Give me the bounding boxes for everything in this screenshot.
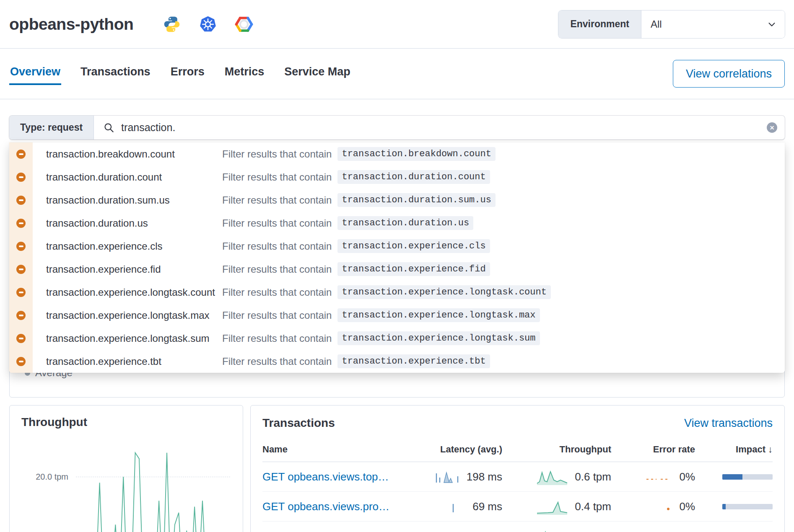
environment-select[interactable]: All bbox=[641, 10, 785, 38]
suggestion-item[interactable]: transaction.experience.cls Filter result… bbox=[9, 235, 785, 258]
tab-transactions[interactable]: Transactions bbox=[80, 63, 151, 85]
column-header-latency[interactable]: Latency (avg.) bbox=[397, 444, 502, 455]
suggestion-field-name: transaction.duration.us bbox=[46, 217, 222, 229]
latency-sparkline bbox=[440, 529, 467, 532]
throughput-value: 0.5 tpm bbox=[575, 530, 611, 532]
column-header-impact[interactable]: Impact↓ bbox=[699, 444, 773, 455]
table-row: GET opbeans.views.top_pr... 198 ms bbox=[262, 462, 773, 492]
throughput-chart: 20.0 tpm 10.0 tpm bbox=[21, 439, 233, 532]
view-transactions-link[interactable]: View transactions bbox=[684, 417, 773, 430]
suggestion-hint: Filter results that contain bbox=[222, 194, 332, 206]
transaction-link[interactable]: GET opbeans.views.custo... bbox=[262, 530, 393, 532]
panel-title-throughput: Throughput bbox=[21, 416, 233, 429]
suggestion-hint: Filter results that contain bbox=[222, 148, 332, 160]
tab-metrics[interactable]: Metrics bbox=[224, 63, 265, 85]
suggestion-item[interactable]: transaction.experience.longtask.count Fi… bbox=[9, 281, 785, 304]
tab-service-map[interactable]: Service Map bbox=[283, 63, 351, 85]
suggestion-item[interactable]: transaction.duration.us Filter results t… bbox=[9, 212, 785, 235]
throughput-sparkline bbox=[536, 498, 569, 515]
impact-bar bbox=[722, 504, 773, 509]
throughput-value: 0.6 tpm bbox=[575, 470, 611, 483]
throughput-line bbox=[76, 453, 230, 532]
kql-suggestions-popover: transaction.breakdown.count Filter resul… bbox=[9, 142, 785, 373]
table-row: GET opbeans.views.custo... 38 ms bbox=[262, 522, 773, 532]
transactions-panel: Transactions View transactions Name Late… bbox=[250, 405, 785, 532]
kql-field-icon bbox=[9, 281, 33, 304]
suggestion-hint: Filter results that contain bbox=[222, 333, 332, 344]
error-rate-value: 0% bbox=[679, 500, 695, 513]
error-rate-sparkline bbox=[644, 500, 673, 513]
column-header-impact-label: Impact bbox=[736, 444, 765, 455]
chevron-down-icon bbox=[767, 20, 776, 29]
suggestion-item[interactable]: transaction.duration.sum.us Filter resul… bbox=[9, 189, 785, 212]
table-row: GET opbeans.views.produc... 69 ms bbox=[262, 492, 773, 522]
kql-field-icon bbox=[9, 235, 33, 258]
suggestion-item[interactable]: transaction.experience.longtask.max Filt… bbox=[9, 304, 785, 327]
kql-search-bar: Type: request ✕ bbox=[9, 116, 785, 139]
suggestion-field-name: transaction.breakdown.count bbox=[46, 148, 222, 160]
suggestion-field-name: transaction.experience.fid bbox=[46, 263, 222, 275]
service-tabs: Overview Transactions Errors Metrics Ser… bbox=[0, 49, 794, 99]
clear-search-button[interactable]: ✕ bbox=[767, 122, 777, 133]
throughput-sparkline bbox=[536, 468, 569, 485]
overview-panels: Throughput 20.0 tpm 10.0 tpm Transaction… bbox=[9, 405, 785, 532]
suggestion-code: transaction.experience.tbt bbox=[337, 354, 490, 368]
suggestion-field-name: transaction.experience.longtask.sum bbox=[46, 333, 222, 344]
type-filter-badge: Type: request bbox=[9, 116, 94, 139]
environment-value: All bbox=[651, 18, 662, 30]
suggestion-field-name: transaction.experience.tbt bbox=[46, 356, 222, 367]
suggestion-code: transaction.duration.count bbox=[337, 170, 490, 184]
service-header: opbeans-python bbox=[0, 0, 794, 49]
table-header-row: Name Latency (avg.) Throughput Error rat… bbox=[262, 441, 773, 462]
panel-title-transactions: Transactions bbox=[262, 416, 335, 430]
view-correlations-button[interactable]: View correlations bbox=[673, 60, 785, 88]
y-axis-tick: 20.0 tpm bbox=[21, 472, 68, 482]
kql-field-icon bbox=[9, 165, 33, 189]
kql-field-icon bbox=[9, 258, 33, 281]
suggestion-field-name: transaction.experience.longtask.count bbox=[46, 287, 222, 298]
search-icon bbox=[103, 122, 114, 133]
tab-overview[interactable]: Overview bbox=[9, 63, 61, 85]
kql-field-icon bbox=[9, 142, 33, 165]
python-logo-icon bbox=[163, 15, 181, 34]
throughput-sparkline bbox=[536, 528, 569, 532]
impact-bar bbox=[722, 474, 773, 480]
tab-errors[interactable]: Errors bbox=[170, 63, 205, 85]
environment-label: Environment bbox=[558, 10, 641, 38]
suggestion-code: transaction.experience.longtask.max bbox=[337, 308, 540, 322]
kql-search-input[interactable] bbox=[120, 121, 763, 134]
suggestion-hint: Filter results that contain bbox=[222, 171, 332, 183]
service-tech-icons bbox=[163, 15, 253, 34]
suggestion-item[interactable]: transaction.experience.tbt Filter result… bbox=[9, 350, 785, 373]
suggestion-item[interactable]: transaction.experience.fid Filter result… bbox=[9, 258, 785, 281]
suggestion-hint: Filter results that contain bbox=[222, 287, 332, 298]
kql-field-icon bbox=[9, 327, 33, 350]
latency-value: 69 ms bbox=[472, 500, 502, 513]
suggestion-item[interactable]: transaction.experience.longtask.sum Filt… bbox=[9, 327, 785, 350]
suggestion-code: transaction.experience.fid bbox=[337, 262, 490, 276]
suggestion-code: transaction.experience.longtask.count bbox=[337, 285, 550, 299]
suggestion-field-name: transaction.experience.cls bbox=[46, 240, 222, 252]
latency-sparkline bbox=[434, 469, 461, 484]
throughput-panel: Throughput 20.0 tpm 10.0 tpm bbox=[9, 405, 243, 532]
column-header-error-rate[interactable]: Error rate bbox=[615, 444, 695, 455]
throughput-value: 0.4 tpm bbox=[575, 500, 611, 513]
apm-service-page: opbeans-python bbox=[0, 0, 794, 532]
suggestion-item[interactable]: transaction.duration.count Filter result… bbox=[9, 165, 785, 189]
suggestion-hint: Filter results that contain bbox=[222, 240, 332, 252]
error-rate-value: 0% bbox=[679, 530, 695, 532]
suggestion-hint: Filter results that contain bbox=[222, 310, 332, 321]
latency-sparkline bbox=[440, 499, 467, 514]
kql-field-icon bbox=[9, 189, 33, 212]
suggestion-code: transaction.experience.longtask.sum bbox=[337, 331, 540, 345]
gcp-logo-icon bbox=[235, 15, 253, 34]
column-header-throughput[interactable]: Throughput bbox=[506, 444, 611, 455]
suggestion-hint: Filter results that contain bbox=[222, 217, 332, 229]
suggestion-field-name: transaction.duration.sum.us bbox=[46, 194, 222, 206]
transaction-link[interactable]: GET opbeans.views.produc... bbox=[262, 500, 393, 513]
error-rate-value: 0% bbox=[679, 470, 695, 483]
suggestion-code: transaction.experience.cls bbox=[337, 239, 490, 253]
environment-filter: Environment All bbox=[558, 10, 785, 38]
transaction-link[interactable]: GET opbeans.views.top_pr... bbox=[262, 470, 393, 483]
suggestion-item[interactable]: transaction.breakdown.count Filter resul… bbox=[9, 142, 785, 165]
